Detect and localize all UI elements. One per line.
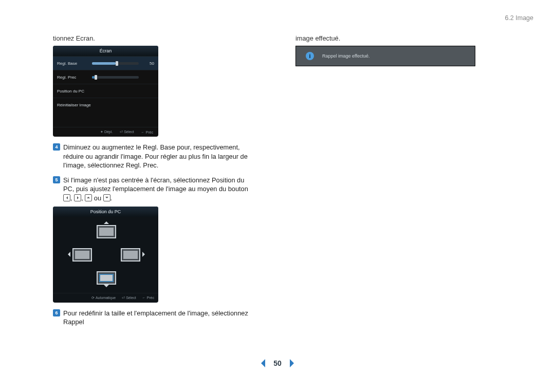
- osd-ecran-footer: ✦ Dépl. ⏎ Sélect ← Préc: [53, 127, 158, 137]
- slider-track[interactable]: [92, 76, 139, 79]
- osd-position-pad: [53, 217, 158, 293]
- arrow-left-icon: [63, 194, 70, 201]
- left-column: tionnez Ecran. Écran Regl. Base 50 Regl.…: [53, 34, 248, 326]
- header-section: 6.2 Image: [505, 14, 533, 22]
- osd-row-spacer: [53, 111, 158, 127]
- paragraph-tail-left: tionnez Ecran.: [53, 34, 248, 43]
- pager: 50: [0, 359, 555, 367]
- triangle-down-icon: [104, 285, 109, 290]
- step-number-badge: 5: [53, 176, 60, 183]
- step-5-text-b: ou: [94, 194, 103, 202]
- step-5-text-c: .: [110, 194, 113, 202]
- step-5: 5 Si l'image n'est pas centrée à l'écran…: [53, 176, 248, 202]
- position-thumb-left[interactable]: [72, 248, 92, 262]
- step-6: 6 Pour redéfinir la taille et l'emplacem…: [53, 309, 248, 327]
- osd-position-pc-footer: ⟳ Automatique ⏎ Sélect ← Préc: [53, 293, 158, 303]
- step-number-badge: 6: [53, 309, 60, 316]
- footer-hint-select: ⏎ Sélect: [120, 130, 134, 134]
- step-5-text-a: Si l'image n'est pas centrée à l'écran, …: [63, 176, 248, 193]
- slider-fill: [92, 62, 116, 65]
- position-thumb-right[interactable]: [121, 248, 140, 262]
- osd-row-label: Réinitialiser Image: [57, 103, 91, 107]
- triangle-left-icon: [65, 252, 70, 257]
- footer-hint-select: ⏎ Sélect: [122, 296, 136, 300]
- right-column: image effectué. i Rappel image effectué.: [295, 34, 491, 66]
- slider-knob[interactable]: [116, 61, 118, 66]
- footer-hint-back: ← Préc: [141, 130, 153, 134]
- osd-row-regl-base[interactable]: Regl. Base 50: [53, 56, 158, 70]
- slider-track[interactable]: [92, 62, 139, 65]
- osd-row-reset-image[interactable]: Réinitialiser Image: [53, 98, 158, 111]
- next-page-button[interactable]: [290, 359, 298, 367]
- osd-ecran: Écran Regl. Base 50 Regl. Prec Position …: [53, 46, 158, 137]
- info-popup-msg: Rappel image effectué.: [322, 53, 369, 59]
- arrow-up-icon: [85, 194, 92, 201]
- step-4-text: Diminuez ou augmentez le Regl. Base pour…: [63, 143, 248, 169]
- step-number-badge: 4: [53, 143, 60, 151]
- slider-value: 50: [142, 61, 154, 66]
- arrow-right-icon: [74, 194, 81, 201]
- paragraph-tail-right: image effectué.: [295, 34, 491, 43]
- osd-ecran-title: Écran: [53, 46, 158, 56]
- footer-hint-back: ← Préc: [142, 296, 154, 300]
- slider-knob[interactable]: [95, 75, 97, 80]
- osd-position-pc: Position du PC ⟳ Automatique ⏎ Sélect ← …: [53, 207, 158, 303]
- osd-row-position-pc[interactable]: Position du PC: [53, 84, 158, 98]
- arrow-down-icon: [103, 194, 110, 201]
- step-6-text: Pour redéfinir la taille et l'emplacemen…: [63, 309, 248, 326]
- triangle-right-icon: [142, 252, 147, 257]
- info-icon: i: [306, 52, 314, 60]
- position-thumb-down[interactable]: [97, 271, 116, 285]
- footer-hint-move: ✦ Dépl.: [100, 130, 113, 134]
- triangle-up-icon: [104, 219, 109, 224]
- osd-position-pc-title: Position du PC: [53, 207, 158, 217]
- osd-row-label: Regl. Prec: [57, 75, 89, 80]
- footer-hint-auto: ⟳ Automatique: [91, 296, 116, 300]
- position-thumb-up[interactable]: [97, 225, 116, 238]
- prev-page-button[interactable]: [257, 359, 265, 367]
- osd-row-label: Position du PC: [57, 89, 84, 94]
- info-popup: i Rappel image effectué.: [295, 46, 475, 66]
- page-number: 50: [273, 359, 282, 367]
- osd-row-regl-prec[interactable]: Regl. Prec: [53, 70, 158, 84]
- slider-fill: [92, 76, 95, 79]
- osd-row-label: Regl. Base: [57, 61, 89, 66]
- step-4: 4 Diminuez ou augmentez le Regl. Base po…: [53, 143, 248, 170]
